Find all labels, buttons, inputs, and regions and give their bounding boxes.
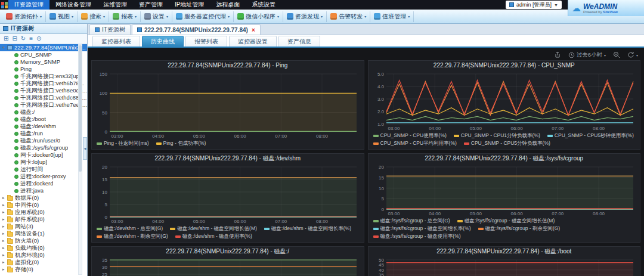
- tree-node-monitor[interactable]: 网卡:lo[up]: [0, 159, 87, 166]
- close-icon[interactable]: ×: [252, 27, 255, 33]
- user-menu[interactable]: admin [管理员] ▼: [506, 1, 562, 9]
- document-tab[interactable]: 222.29.77.84(SNMPUnix222.29.77.84)×: [132, 24, 261, 35]
- legend-item[interactable]: CPU_SNMP - CPU5分钟负载率(%): [464, 140, 550, 147]
- section-tab[interactable]: 历史曲线: [142, 36, 184, 46]
- zoom-out-icon[interactable]: [613, 51, 620, 58]
- agent-button[interactable]: 服务器监控代理▾: [172, 11, 234, 22]
- chart-svg[interactable]: 05010015003:0004:0005:0006:0007:0008:00: [92, 70, 364, 139]
- tree-node-monitor[interactable]: 千兆网络接口:ens32[up]: [0, 73, 87, 80]
- tree-node-monitor[interactable]: 进程:docker-proxy: [0, 173, 87, 180]
- tree-node-group[interactable]: ▸网站(3): [0, 223, 87, 230]
- miniprogram-button[interactable]: 微信小程序▾: [234, 11, 283, 22]
- legend-item[interactable]: Ping - 往返时间(ms): [97, 140, 149, 147]
- chart-svg[interactable]: 0510152003:0004:0005:0006:0007:0008:00: [369, 163, 640, 217]
- refresh-icon[interactable]: ↻: [21, 36, 26, 42]
- tree-node-group[interactable]: ▸数据库(0): [0, 194, 87, 201]
- legend-item[interactable]: CPU_SNMP - CPU平均利用率(%): [373, 140, 457, 147]
- share-icon[interactable]: [554, 51, 561, 58]
- settings-button[interactable]: 设置▾: [141, 11, 172, 22]
- section-tab[interactable]: 报警列表: [185, 36, 227, 46]
- legend-item[interactable]: 磁盘:/sys/fs/cgroup - 总空间(G): [373, 218, 450, 225]
- chart-svg[interactable]: 0510152025303503:0004:0005:0006:0007:000…: [92, 256, 364, 276]
- legend-item[interactable]: Ping - 包成功率(%): [156, 140, 206, 147]
- tree-node-monitor[interactable]: 磁盘:/dev/shm: [0, 123, 87, 130]
- legend-item[interactable]: 磁盘:/dev/shm - 总空间(G): [97, 225, 163, 232]
- tree-node-monitor[interactable]: 运行时间: [0, 166, 87, 173]
- panel-title[interactable]: 222.29.77.84(SNMPUnix222.29.77.84) - CPU…: [369, 61, 640, 70]
- report-button[interactable]: 报表▾: [109, 11, 141, 22]
- topbar-menu-item[interactable]: 运维管理: [97, 0, 133, 10]
- list-icon[interactable]: ≡: [29, 36, 33, 42]
- topbar-menu-item[interactable]: IT资源管理: [8, 0, 49, 10]
- legend-item[interactable]: 磁盘:/dev/shm - 磁盘空间增长率(%): [264, 225, 351, 232]
- tree-node-monitor[interactable]: Memory_SNMP: [0, 58, 87, 66]
- tree-node-monitor[interactable]: 磁盘:/sys/fs/cgroup: [0, 144, 87, 151]
- document-tab[interactable]: IT资源树: [89, 24, 131, 35]
- tree-node-group[interactable]: ▸虚拟化(0): [0, 259, 87, 266]
- tree-node-monitor[interactable]: Ping: [0, 66, 87, 73]
- topbar-menu-item[interactable]: 系统设置: [246, 0, 281, 10]
- legend-item[interactable]: 磁盘:/sys/fs/cgroup - 磁盘空间增长率(%): [373, 225, 471, 232]
- tree-node-monitor[interactable]: CPU_SNMP: [0, 51, 87, 58]
- section-tab[interactable]: 资产信息: [278, 36, 320, 46]
- topbar-menu-item[interactable]: 资产管理: [133, 0, 169, 10]
- legend-item[interactable]: 磁盘:/sys/fs/cgroup - 磁盘空间增长值(M): [457, 218, 555, 225]
- locate-icon[interactable]: ⊙: [36, 36, 41, 42]
- view-button[interactable]: 视图▾: [46, 11, 78, 22]
- tree-node-monitor[interactable]: 磁盘:/boot: [0, 116, 87, 123]
- panel-title[interactable]: 222.29.77.84(SNMPUnix222.29.77.84) - 磁盘:…: [92, 154, 364, 163]
- legend-item[interactable]: 磁盘:/dev/shm - 剩余空间(G): [97, 233, 168, 240]
- tree-node-group[interactable]: ▸邮件系统(0): [0, 216, 87, 223]
- search-button[interactable]: 搜索▾: [78, 11, 109, 22]
- sidebar-collapse-handle[interactable]: ◀: [83, 137, 87, 160]
- tree-node-monitor[interactable]: 千兆网络接口:veth8e0db...: [0, 87, 87, 94]
- tree-node-monitor[interactable]: 网卡:docker0[up]: [0, 151, 87, 159]
- tree-node-group[interactable]: ▸防火墙(0): [0, 237, 87, 244]
- topbar-menu-item[interactable]: 网络设备管理: [49, 0, 97, 10]
- tree-node-monitor[interactable]: 千兆网络接口:veth6b78...: [0, 80, 87, 87]
- tree-node-group[interactable]: ▸应用系统(0): [0, 209, 87, 216]
- legend-item[interactable]: 磁盘:/sys/fs/cgroup - 剩余空间(G): [478, 225, 561, 232]
- time-range-picker[interactable]: 过去6小时 ▾: [568, 51, 606, 59]
- discovery-button[interactable]: 资源发现▾: [283, 11, 327, 22]
- chart-svg[interactable]: 0510152003:0004:0005:0006:0007:0008:00: [92, 163, 364, 225]
- collapse-all-icon[interactable]: ⊟: [12, 36, 17, 42]
- tree-node-monitor[interactable]: 磁盘:/: [0, 108, 87, 116]
- legend-item[interactable]: 磁盘:/dev/shm - 磁盘使用率(%): [175, 233, 252, 240]
- refresh-button[interactable]: ▾: [627, 51, 638, 58]
- svg-text:0: 0: [381, 207, 384, 212]
- sidebar-scrollbar[interactable]: [78, 44, 82, 275]
- expand-all-icon[interactable]: ⊞: [4, 36, 8, 42]
- tree-node-monitor[interactable]: 进程:dockerd: [0, 180, 87, 187]
- tree-node-group[interactable]: ▸负载均衡(0): [0, 244, 87, 252]
- chart-svg[interactable]: 1.02.03.04.05.003:0004:0005:0006:0007:00…: [369, 70, 640, 132]
- topbar-menu-item[interactable]: 远程桌面: [210, 0, 246, 10]
- legend-item[interactable]: 磁盘:/dev/shm - 磁盘空间增长值(M): [170, 225, 257, 232]
- tree-node-group[interactable]: ▸存储(0): [0, 266, 87, 273]
- tree-node-monitor[interactable]: 千兆网络接口:vethe7ee2...: [0, 101, 87, 108]
- section-tab[interactable]: 监控器列表: [92, 36, 140, 46]
- tree-node-monitor[interactable]: 磁盘:/run: [0, 130, 87, 137]
- tree-node-group[interactable]: ▸中间件(0): [0, 201, 87, 209]
- tree-node-monitor[interactable]: 磁盘:/run/user/0: [0, 137, 87, 144]
- section-tab[interactable]: 监控器设置: [229, 36, 277, 46]
- legend-item[interactable]: CPU_SNMP - CPU使用率(%): [373, 132, 447, 139]
- tree-node-group[interactable]: ▸网络设备(1): [0, 230, 87, 237]
- panel-title[interactable]: 222.29.77.84(SNMPUnix222.29.77.84) - 磁盘:…: [369, 247, 640, 256]
- tree-node-monitor[interactable]: 千兆网络接口:vethdc887...: [0, 94, 87, 101]
- topology-button[interactable]: 资源拓扑▾: [2, 11, 46, 22]
- legend-item[interactable]: CPU_SNMP - CPU1分钟负载率(%): [454, 132, 540, 139]
- alert-forward-button[interactable]: 告警转发▾: [327, 11, 370, 22]
- panel-title[interactable]: 222.29.77.84(SNMPUnix222.29.77.84) - 磁盘:…: [92, 247, 364, 256]
- tree-node-device[interactable]: ▾222.29.77.84(SNMPUnix222.29.77.84): [0, 44, 87, 51]
- legend-item[interactable]: 磁盘:/sys/fs/cgroup - 磁盘使用率(%): [373, 233, 461, 240]
- topbar-menu-item[interactable]: IP地址管理: [169, 0, 210, 10]
- tree-node-monitor[interactable]: 进程:java: [0, 187, 87, 194]
- chart-svg[interactable]: 0510152025303540455003:0004:0005:0006:00…: [369, 256, 640, 276]
- panel-title[interactable]: 222.29.77.84(SNMPUnix222.29.77.84) - Pin…: [92, 61, 364, 70]
- duty-button[interactable]: 值班管理▾: [370, 11, 414, 22]
- legend-item[interactable]: CPU_SNMP - CPU5秒钟使用率(%): [547, 132, 634, 139]
- tree-node-group[interactable]: ▸机房环境(0): [0, 252, 87, 259]
- scrollbar-thumb[interactable]: [79, 45, 82, 172]
- panel-title[interactable]: 222.29.77.84(SNMPUnix222.29.77.84) - 磁盘:…: [369, 154, 640, 163]
